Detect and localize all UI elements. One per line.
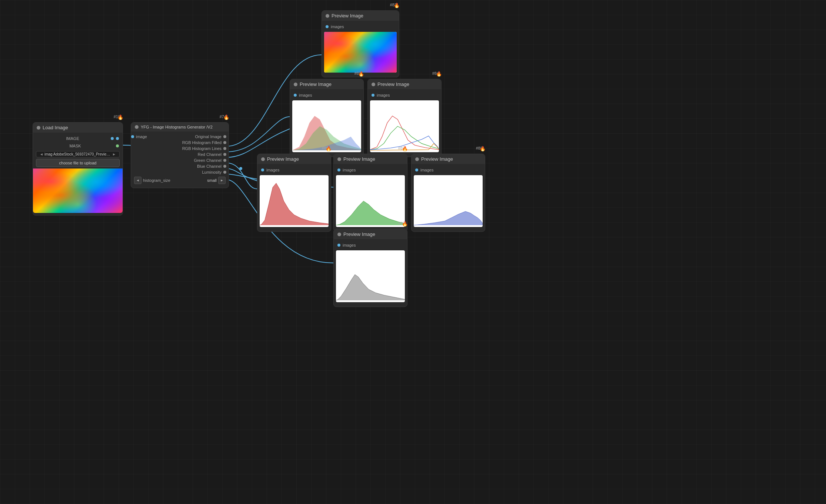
preview-86-header: Preview Image xyxy=(257,154,331,164)
preview-83-flower xyxy=(324,32,397,73)
node-status-dot-yfg xyxy=(135,125,139,129)
histogram-size-row: ◄ histogram_size small ► xyxy=(134,177,226,184)
yfg-node: #74 🔥 YFG - Image Histograms Generator /… xyxy=(131,122,229,188)
hs-prev-arrow[interactable]: ◄ xyxy=(134,177,141,184)
svg-point-1 xyxy=(239,167,242,170)
preview-81-port-label: images xyxy=(299,93,312,97)
preview-89-node: #89 🔥 Preview Image images xyxy=(333,229,407,307)
yfg-luminosity-label: Luminosity xyxy=(202,170,222,174)
preview-81-node: #81 🔥 Preview Image images xyxy=(290,79,364,157)
preview-83-body: images xyxy=(322,21,399,77)
yfg-red-dot xyxy=(223,153,226,156)
yfg-blue-label: Blue Channel xyxy=(197,164,222,168)
preview-87-port-label: images xyxy=(343,168,356,172)
hs-value: small xyxy=(172,178,217,183)
preview-83-header: Preview Image xyxy=(322,11,399,21)
yfg-rgb-lines-port: RGB Histogram Lines xyxy=(179,146,227,151)
file-prev-arrow[interactable]: ◄ xyxy=(39,152,44,156)
preview-88-port-label: images xyxy=(420,168,433,172)
preview-87-body: images xyxy=(334,164,407,231)
preview-88-port-dot xyxy=(415,168,418,171)
image-port-dot xyxy=(111,137,114,140)
yfg-original-image-port: Original Image xyxy=(179,134,227,140)
yfg-green-channel-port: Green Channel xyxy=(179,157,227,163)
image-port-label: IMAGE xyxy=(66,136,79,141)
preview-87-images-port: images xyxy=(334,166,407,174)
preview-84-images-port: images xyxy=(368,91,441,99)
preview-81-images-port: images xyxy=(290,91,363,99)
svg-rect-3 xyxy=(370,102,439,150)
preview-83-images-port: images xyxy=(322,23,399,30)
node-emoji-84: 🔥 xyxy=(436,71,442,77)
load-image-header: Load Image xyxy=(33,123,123,133)
preview-88-image-area xyxy=(414,175,483,227)
preview-89-image-area xyxy=(336,250,405,302)
preview-87-node: #87 🔥 Preview Image images xyxy=(333,154,407,232)
node-status-dot-89 xyxy=(337,233,341,236)
preview-89-title: Preview Image xyxy=(343,231,375,237)
mask-port-label: MASK xyxy=(69,144,81,148)
yfg-blue-channel-port: Blue Channel xyxy=(179,163,227,169)
upload-button[interactable]: choose file to upload xyxy=(36,159,120,167)
node-emoji-87: 🔥 xyxy=(402,146,408,151)
preview-88-header: Preview Image xyxy=(412,154,485,164)
hs-label: histogram_size xyxy=(143,178,170,183)
yfg-header: YFG - Image Histograms Generator /V2 xyxy=(131,123,229,131)
preview-86-port-label: images xyxy=(266,168,279,172)
preview-81-port-dot xyxy=(294,94,297,97)
yfg-in-dot xyxy=(131,135,134,138)
yfg-original-dot xyxy=(223,135,226,138)
preview-81-header: Preview Image xyxy=(290,79,363,89)
load-image-body: IMAGE MASK ◄ imag AdobeStock_569372470_P… xyxy=(33,133,123,215)
preview-84-node: #84 🔥 Preview Image images xyxy=(367,79,442,157)
yfg-title: YFG - Image Histograms Generator /V2 xyxy=(141,125,213,129)
yfg-image-in-port: image xyxy=(131,134,179,140)
yfg-red-channel-port: Red Channel xyxy=(179,151,227,157)
yfg-rgb-lines-label: RGB Histogram Lines xyxy=(182,146,222,151)
node-emoji-19: 🔥 xyxy=(117,114,123,120)
preview-88-images-port: images xyxy=(412,166,485,174)
preview-84-port-label: images xyxy=(377,93,390,97)
yfg-red-label: Red Channel xyxy=(198,152,222,157)
preview-84-image-area xyxy=(370,100,439,152)
preview-83-port-dot xyxy=(326,25,329,28)
preview-81-image-area xyxy=(292,100,361,152)
red-channel-histogram xyxy=(260,175,329,227)
node-emoji-86: 🔥 xyxy=(326,146,332,151)
yfg-image-in-label: image xyxy=(136,134,147,139)
node-status-dot-86 xyxy=(261,157,265,161)
preview-88-title: Preview Image xyxy=(421,156,453,162)
node-status-dot-88 xyxy=(415,157,419,161)
mask-port-row: MASK xyxy=(33,142,123,150)
rgb-filled-histogram xyxy=(292,100,361,152)
preview-87-title: Preview Image xyxy=(343,156,375,162)
file-name-label: imag AdobeStock_569372470_Preview.jpeg xyxy=(44,152,111,156)
preview-87-header: Preview Image xyxy=(334,154,407,164)
node-status-dot-83 xyxy=(326,14,329,18)
yfg-rgb-filled-label: RGB Histogram Filled xyxy=(182,140,222,145)
yfg-body: image Original Image RGB Histogram Fille… xyxy=(131,131,229,188)
preview-83-image-area xyxy=(324,32,397,73)
node-emoji-88: 🔥 xyxy=(480,146,486,151)
preview-86-node: #86 🔥 Preview Image images xyxy=(257,154,331,232)
yfg-rgb-filled-port: RGB Histogram Filled xyxy=(179,140,227,146)
preview-87-port-dot xyxy=(337,168,340,171)
preview-84-header: Preview Image xyxy=(368,79,441,89)
hs-next-arrow[interactable]: ► xyxy=(218,177,226,184)
load-image-preview xyxy=(33,168,123,213)
node-emoji-89: 🔥 xyxy=(402,221,408,227)
mask-port-dot xyxy=(116,144,119,147)
preview-86-body: images xyxy=(257,164,331,231)
preview-89-port-dot xyxy=(337,244,340,247)
preview-89-header: Preview Image xyxy=(334,229,407,239)
file-selector[interactable]: ◄ imag AdobeStock_569372470_Preview.jpeg… xyxy=(36,151,120,157)
preview-83-title: Preview Image xyxy=(332,13,363,19)
yfg-original-label: Original Image xyxy=(195,134,222,139)
yfg-green-dot xyxy=(223,159,226,162)
node-status-dot-81 xyxy=(294,83,297,86)
yfg-luminosity-dot xyxy=(223,171,226,174)
preview-83-port-label: images xyxy=(331,24,344,29)
load-image-title: Load Image xyxy=(43,125,68,130)
file-next-arrow[interactable]: ► xyxy=(111,152,117,156)
blue-channel-histogram xyxy=(414,175,483,227)
